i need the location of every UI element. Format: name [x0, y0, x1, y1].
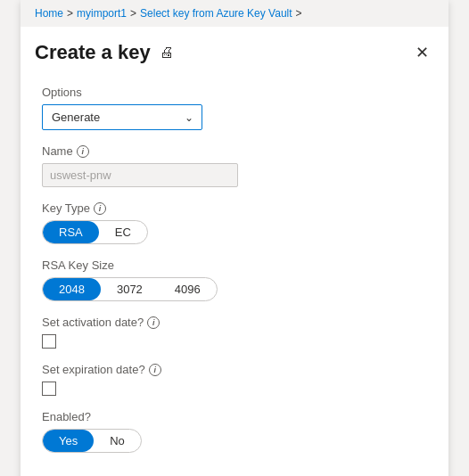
options-select-wrapper: Generate ⌄: [42, 104, 202, 130]
rsa-key-size-toggle: 2048 3072 4096: [42, 277, 218, 301]
name-input[interactable]: [42, 163, 238, 187]
name-label: Name i: [42, 144, 427, 158]
breadcrumb-sep-2: >: [130, 7, 136, 20]
rsa-size-4096-button[interactable]: 4096: [159, 278, 217, 300]
key-type-group: Key Type i RSA EC: [42, 201, 427, 244]
panel-header: Create a key 🖨 ✕: [21, 27, 448, 71]
rsa-key-size-group: RSA Key Size 2048 3072 4096: [42, 259, 427, 301]
expiration-info-icon[interactable]: i: [149, 364, 161, 376]
activation-label: Set activation date? i: [42, 316, 427, 329]
name-group: Name i: [42, 144, 427, 187]
rsa-size-2048-button[interactable]: 2048: [43, 278, 101, 300]
breadcrumb-select-key[interactable]: Select key from Azure Key Vault: [140, 7, 292, 20]
breadcrumb-sep-1: >: [67, 7, 73, 20]
key-type-ec-button[interactable]: EC: [99, 221, 147, 243]
enabled-toggle: Yes No: [42, 429, 142, 453]
create-button-wrapper: Create: [42, 469, 427, 476]
rsa-size-3072-button[interactable]: 3072: [101, 278, 159, 300]
breadcrumb: Home > myimport1 > Select key from Azure…: [21, 0, 448, 27]
panel-title-row: Create a key 🖨: [35, 41, 174, 64]
name-info-icon[interactable]: i: [77, 145, 89, 158]
rsa-key-size-label: RSA Key Size: [42, 259, 427, 272]
options-select[interactable]: Generate: [42, 104, 202, 130]
activation-info-icon[interactable]: i: [147, 316, 160, 329]
options-label: Options: [42, 86, 427, 99]
enabled-label: Enabled?: [42, 410, 427, 423]
page-title: Create a key: [35, 41, 151, 64]
enabled-no-button[interactable]: No: [94, 430, 141, 452]
enabled-yes-button[interactable]: Yes: [43, 430, 94, 452]
breadcrumb-home[interactable]: Home: [35, 7, 63, 20]
activation-checkbox-wrapper: [42, 334, 427, 349]
options-group: Options Generate ⌄: [42, 86, 427, 130]
key-type-label: Key Type i: [42, 201, 427, 215]
print-icon[interactable]: 🖨: [160, 45, 174, 61]
create-key-panel: Home > myimport1 > Select key from Azure…: [21, 0, 448, 476]
key-type-rsa-button[interactable]: RSA: [43, 221, 99, 243]
expiration-group: Set expiration date? i: [42, 363, 427, 396]
breadcrumb-sep-3: >: [296, 7, 302, 20]
expiration-checkbox[interactable]: [42, 382, 56, 396]
expiration-label: Set expiration date? i: [42, 363, 427, 376]
breadcrumb-myimport[interactable]: myimport1: [77, 7, 127, 20]
activation-checkbox[interactable]: [42, 334, 56, 349]
expiration-checkbox-wrapper: [42, 382, 427, 396]
panel-body: Options Generate ⌄ Name i Key Type i: [21, 71, 448, 476]
key-type-toggle: RSA EC: [42, 220, 148, 244]
key-type-info-icon[interactable]: i: [94, 202, 106, 215]
activation-group: Set activation date? i: [42, 316, 427, 349]
close-button[interactable]: ✕: [410, 43, 434, 62]
enabled-group: Enabled? Yes No: [42, 410, 427, 453]
